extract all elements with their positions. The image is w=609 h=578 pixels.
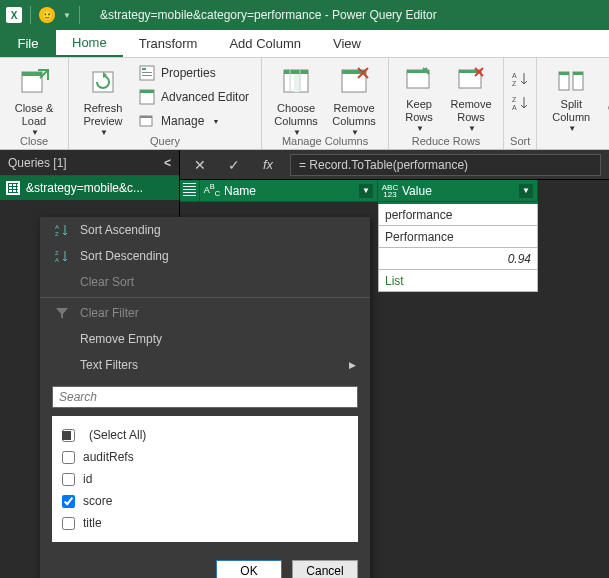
refresh-preview-button[interactable]: Refresh Preview▼ [75, 62, 131, 130]
svg-rect-29 [573, 72, 583, 75]
filter-check-select-all[interactable]: (Select All) [62, 424, 348, 446]
cell[interactable]: 0.94 [378, 248, 538, 270]
type-text-icon[interactable]: ABC [204, 184, 220, 198]
sort-descending-item[interactable]: ZA Sort Descending [40, 243, 370, 269]
properties-icon [139, 65, 155, 81]
svg-text:A: A [55, 257, 59, 263]
column-header-value[interactable]: ABC123 Value ▼ [378, 180, 538, 202]
svg-text:A: A [512, 72, 517, 79]
type-any-icon[interactable]: ABC123 [382, 184, 398, 198]
cancel-button[interactable]: Cancel [292, 560, 358, 578]
svg-rect-4 [142, 68, 146, 70]
svg-text:Z: Z [55, 250, 59, 256]
query-item-label: &strategy=mobile&c... [26, 181, 143, 195]
collapse-pane-icon[interactable]: < [164, 156, 171, 170]
accept-formula-icon[interactable]: ✓ [222, 154, 246, 176]
keep-rows-button[interactable]: Keep Rows▼ [395, 62, 443, 130]
choose-columns-button[interactable]: Choose Columns▼ [268, 62, 324, 130]
svg-rect-28 [559, 72, 569, 75]
svg-rect-6 [142, 75, 152, 76]
fx-icon[interactable]: fx [256, 154, 280, 176]
sort-desc-icon: ZA [54, 248, 70, 264]
svg-rect-12 [284, 70, 308, 74]
cancel-formula-icon[interactable]: ✕ [188, 154, 212, 176]
group-manage-columns-label: Manage Columns [268, 133, 382, 147]
close-load-button[interactable]: Close & Load▼ [6, 62, 62, 130]
svg-rect-10 [140, 116, 152, 118]
formula-input[interactable] [290, 154, 601, 176]
tab-add-column[interactable]: Add Column [213, 30, 317, 57]
choose-columns-icon [280, 66, 312, 98]
group-sort-label: Sort [510, 133, 530, 147]
filter-check-title[interactable]: title [62, 512, 348, 534]
filter-search-input[interactable] [52, 386, 358, 408]
remove-columns-icon [338, 66, 370, 98]
filter-check-id[interactable]: id [62, 468, 348, 490]
svg-text:Z: Z [512, 96, 517, 103]
svg-text:A: A [55, 224, 59, 230]
svg-rect-8 [140, 90, 154, 93]
keep-rows-icon [403, 66, 435, 94]
refresh-icon [87, 66, 119, 98]
query-item[interactable]: &strategy=mobile&c... [0, 176, 179, 200]
sort-ascending-item[interactable]: AZ Sort Ascending [40, 217, 370, 243]
filter-icon [54, 305, 70, 321]
value-column-cells: performance Performance 0.94 List [378, 202, 538, 292]
group-reduce-rows-label: Reduce Rows [395, 133, 497, 147]
svg-text:Z: Z [512, 80, 517, 87]
manage-icon [139, 113, 155, 129]
svg-text:A: A [512, 104, 517, 111]
cell[interactable]: Performance [378, 226, 538, 248]
smiley-icon[interactable]: 🙂 [39, 7, 55, 23]
split-column-icon [555, 66, 587, 94]
column-filter-menu: AZ Sort Ascending ZA Sort Descending Cle… [40, 217, 370, 578]
advanced-editor-icon [139, 89, 155, 105]
group-query-label: Query [75, 133, 255, 147]
clear-filter-item: Clear Filter [40, 300, 370, 326]
advanced-editor-button[interactable]: Advanced Editor [133, 86, 255, 108]
column-value-filter-dropdown[interactable]: ▼ [519, 184, 533, 198]
cell-list-link[interactable]: List [378, 270, 538, 292]
title-bar: X 🙂 ▼ &strategy=mobile&category=performa… [0, 0, 609, 30]
tab-home[interactable]: Home [56, 30, 123, 57]
group-by-button[interactable]: Group By [601, 62, 609, 130]
excel-icon: X [6, 7, 22, 23]
column-header-name[interactable]: ABC Name ▼ [200, 180, 378, 202]
text-filters-item[interactable]: Text Filters ▶ [40, 352, 370, 378]
remove-empty-item[interactable]: Remove Empty [40, 326, 370, 352]
table-icon [6, 181, 20, 195]
ribbon: Close & Load▼ Close Refresh Preview▼ Pro… [0, 58, 609, 150]
ribbon-tabs: File Home Transform Add Column View [0, 30, 609, 58]
sort-asc-icon: AZ [54, 222, 70, 238]
ok-button[interactable]: OK [216, 560, 282, 578]
table-corner-button[interactable] [180, 180, 200, 202]
tab-file[interactable]: File [0, 30, 56, 57]
submenu-arrow-icon: ▶ [349, 360, 356, 370]
queries-header-label: Queries [1] [8, 156, 67, 170]
tab-transform[interactable]: Transform [123, 30, 214, 57]
tab-view[interactable]: View [317, 30, 377, 57]
properties-button[interactable]: Properties [133, 62, 255, 84]
svg-rect-13 [294, 74, 300, 92]
filter-check-auditrefs[interactable]: auditRefs [62, 446, 348, 468]
sort-asc-button[interactable]: AZ [510, 68, 530, 90]
remove-columns-button[interactable]: Remove Columns▼ [326, 62, 382, 130]
split-column-button[interactable]: Split Column▼ [543, 62, 599, 130]
svg-rect-5 [142, 72, 152, 73]
svg-rect-1 [22, 72, 42, 76]
filter-values-list: (Select All) auditRefs id score title [52, 416, 358, 542]
manage-button[interactable]: Manage▼ [133, 110, 255, 132]
remove-rows-button[interactable]: Remove Rows▼ [445, 62, 497, 130]
sort-desc-icon: ZA [512, 95, 528, 111]
group-close-label: Close [6, 133, 62, 147]
column-name-filter-dropdown[interactable]: ▼ [359, 184, 373, 198]
remove-rows-icon [455, 66, 487, 94]
window-title: &strategy=mobile&category=performance - … [100, 8, 437, 22]
cell[interactable]: performance [378, 204, 538, 226]
close-load-icon [18, 66, 50, 98]
sort-desc-button[interactable]: ZA [510, 92, 530, 114]
filter-check-score[interactable]: score [62, 490, 348, 512]
formula-bar: ✕ ✓ fx [180, 150, 609, 180]
chevron-down-icon[interactable]: ▼ [63, 11, 71, 20]
svg-text:Z: Z [55, 231, 59, 237]
